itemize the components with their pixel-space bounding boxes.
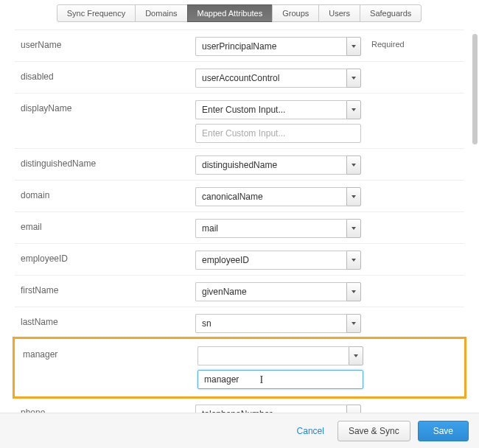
- attribute-input-col: distinguishedName: [195, 155, 361, 175]
- attribute-select-value: Enter Custom Input...: [195, 100, 346, 119]
- attribute-label: lastName: [15, 314, 195, 327]
- attribute-input-col: givenName: [195, 282, 361, 301]
- attribute-required-label: [361, 100, 371, 103]
- attribute-select[interactable]: Enter Custom Input...: [195, 100, 361, 119]
- attribute-select-value: sn: [195, 314, 346, 333]
- attribute-select-value: employeeID: [195, 251, 346, 270]
- attribute-input-col: userAccountControl: [195, 69, 361, 88]
- attribute-select-toggle[interactable]: [346, 69, 361, 88]
- attribute-select-toggle[interactable]: [346, 251, 361, 270]
- attribute-select-value: distinguishedName: [195, 155, 346, 175]
- chevron-down-icon: [352, 322, 356, 325]
- tab-sync-frequency[interactable]: Sync Frequency: [57, 4, 136, 22]
- chevron-down-icon: [352, 164, 356, 167]
- tab-users[interactable]: Users: [318, 4, 360, 22]
- attribute-required-label: Required: [361, 37, 405, 49]
- attribute-select[interactable]: sn: [195, 314, 361, 333]
- attribute-select[interactable]: givenName: [195, 282, 361, 301]
- attribute-select-value: [197, 346, 349, 365]
- chevron-down-icon: [352, 259, 356, 262]
- attribute-input-col: managerI: [197, 346, 363, 389]
- attribute-select-toggle[interactable]: [349, 346, 363, 365]
- attribute-select[interactable]: userPrincipalName: [195, 37, 361, 56]
- attribute-row-displayName: displayNameEnter Custom Input...Enter Cu…: [15, 93, 464, 148]
- attribute-select[interactable]: canonicalName: [195, 187, 361, 206]
- attribute-input-col: mail: [195, 219, 361, 238]
- attribute-select-value: givenName: [195, 282, 346, 301]
- attribute-row-domain: domaincanonicalName: [15, 180, 464, 211]
- attribute-label: email: [15, 219, 195, 232]
- attribute-label: displayName: [15, 100, 195, 113]
- chevron-down-icon: [352, 45, 356, 48]
- mapped-attributes-form: userNameuserPrincipalNameRequireddisable…: [0, 29, 479, 448]
- attribute-input-col: canonicalName: [195, 187, 361, 206]
- attribute-row-manager: managermanagerI: [13, 337, 466, 399]
- attribute-row-userName: userNameuserPrincipalNameRequired: [15, 29, 464, 61]
- attribute-select-toggle[interactable]: [346, 100, 361, 119]
- tab-safeguards[interactable]: Safeguards: [360, 4, 422, 22]
- chevron-down-icon: [352, 108, 356, 111]
- attribute-select-toggle[interactable]: [346, 282, 361, 301]
- attribute-select-toggle[interactable]: [346, 187, 361, 206]
- attribute-required-label: [361, 69, 371, 71]
- attribute-label: userName: [15, 37, 195, 50]
- attribute-required-label: [361, 405, 371, 407]
- attribute-select[interactable]: userAccountControl: [195, 69, 361, 88]
- attribute-label: disabled: [15, 69, 195, 82]
- attribute-row-lastName: lastNamesn: [15, 307, 464, 338]
- attribute-input-col: userPrincipalName: [195, 37, 361, 56]
- attribute-row-distinguishedName: distinguishedNamedistinguishedName: [15, 148, 464, 180]
- attribute-required-label: [363, 346, 374, 349]
- attribute-select-value: canonicalName: [195, 187, 346, 206]
- save-button[interactable]: Save: [418, 421, 469, 441]
- attribute-label: firstName: [15, 282, 195, 295]
- attribute-select[interactable]: distinguishedName: [195, 155, 361, 175]
- attribute-select[interactable]: mail: [195, 219, 361, 238]
- attribute-required-label: [361, 251, 371, 253]
- attribute-required-label: [361, 282, 371, 285]
- text-cursor-icon: I: [259, 374, 263, 386]
- chevron-down-icon: [352, 227, 356, 230]
- attribute-select[interactable]: [197, 346, 363, 365]
- attribute-select-value: userPrincipalName: [195, 37, 346, 56]
- attribute-custom-input[interactable]: managerI: [197, 370, 363, 389]
- attribute-input-col: Enter Custom Input...Enter Custom Input.…: [195, 100, 361, 143]
- attribute-select-value: userAccountControl: [195, 69, 346, 88]
- attribute-select-value: mail: [195, 219, 346, 238]
- tab-domains[interactable]: Domains: [135, 4, 187, 22]
- footer-bar: Cancel Save & Sync Save: [0, 413, 479, 448]
- attribute-label: distinguishedName: [15, 155, 195, 169]
- attribute-select-toggle[interactable]: [346, 37, 361, 56]
- attribute-required-label: [361, 187, 371, 190]
- tab-mapped-attributes[interactable]: Mapped Attributes: [187, 4, 273, 22]
- attribute-row-employeeID: employeeIDemployeeID: [15, 243, 464, 275]
- attribute-row-disabled: disableduserAccountControl: [15, 61, 464, 93]
- chevron-down-icon: [354, 354, 358, 357]
- attribute-input-col: sn: [195, 314, 361, 333]
- attribute-input-col: employeeID: [195, 251, 361, 270]
- chevron-down-icon: [352, 195, 356, 198]
- attribute-required-label: [361, 314, 371, 317]
- attribute-label: employeeID: [15, 251, 195, 264]
- attribute-label: manager: [17, 346, 197, 360]
- attribute-select-toggle[interactable]: [346, 155, 361, 175]
- chevron-down-icon: [352, 77, 356, 80]
- attribute-required-label: [361, 219, 371, 222]
- attribute-label: domain: [15, 187, 195, 200]
- attribute-custom-input[interactable]: Enter Custom Input...: [195, 124, 361, 143]
- attribute-select-toggle[interactable]: [346, 219, 361, 238]
- tab-bar: Sync FrequencyDomainsMapped AttributesGr…: [0, 0, 479, 29]
- attribute-required-label: [361, 155, 371, 158]
- cancel-button[interactable]: Cancel: [291, 426, 330, 436]
- attribute-select[interactable]: employeeID: [195, 251, 361, 270]
- tab-groups[interactable]: Groups: [272, 4, 319, 22]
- attribute-row-email: emailmail: [15, 211, 464, 243]
- attribute-row-firstName: firstNamegivenName: [15, 275, 464, 307]
- scrollbar-thumb[interactable]: [472, 34, 478, 144]
- attribute-select-toggle[interactable]: [346, 314, 361, 333]
- save-sync-button[interactable]: Save & Sync: [338, 421, 410, 441]
- chevron-down-icon: [352, 290, 356, 293]
